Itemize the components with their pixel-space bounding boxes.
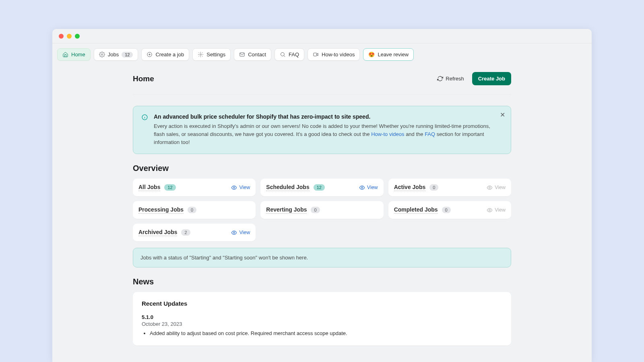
nav-review[interactable]: 😍 Leave review: [363, 48, 414, 61]
nav-bar: Home Jobs 12 Create a job Settings Conta…: [52, 43, 592, 66]
refresh-icon: [437, 76, 443, 82]
nav-contact[interactable]: Contact: [234, 48, 271, 61]
news-card: Recent Updates 5.1.0 October 23, 2023 Ad…: [133, 292, 511, 346]
card-processing-jobs-count: 0: [188, 207, 196, 213]
nav-settings-label: Settings: [206, 51, 225, 58]
title-bar: [52, 29, 592, 43]
card-processing-jobs: Processing Jobs 0: [133, 201, 256, 219]
nav-home[interactable]: Home: [57, 48, 91, 61]
card-archived-jobs-view[interactable]: View: [231, 230, 250, 236]
svg-point-6: [281, 53, 285, 56]
nav-contact-label: Contact: [248, 51, 266, 58]
banner-text: Every action is executed in Shopify's ad…: [154, 122, 495, 146]
card-scheduled-jobs: Scheduled Jobs 12 View: [260, 179, 383, 196]
nav-review-label: Leave review: [378, 51, 409, 58]
news-heading: News: [133, 277, 511, 286]
window-maximize[interactable]: [75, 34, 80, 39]
banner-text-b: and the: [405, 131, 425, 137]
news-item: Added ability to adjust based on cost pr…: [150, 329, 502, 337]
header-actions: Refresh Create Job: [433, 72, 511, 85]
banner-content: An advanced bulk price scheduler for Sho…: [154, 113, 503, 146]
eye-icon: [487, 185, 493, 191]
nav-jobs-label: Jobs: [108, 51, 119, 58]
card-active-jobs-count: 0: [429, 184, 438, 191]
card-completed-jobs-label: Completed Jobs: [394, 206, 438, 214]
card-all-jobs: All Jobs 12 View: [133, 179, 256, 196]
card-archived-jobs-count: 2: [181, 229, 190, 236]
card-completed-jobs-view: View: [487, 207, 506, 213]
svg-rect-8: [314, 53, 317, 56]
banner-link-howto[interactable]: How-to videos: [371, 131, 404, 137]
news-card-heading: Recent Updates: [142, 300, 502, 307]
card-all-jobs-count: 12: [164, 184, 175, 191]
news-date: October 23, 2023: [142, 321, 502, 327]
card-all-jobs-view[interactable]: View: [231, 185, 250, 191]
gear-icon: [99, 51, 105, 58]
card-scheduled-jobs-label: Scheduled Jobs: [266, 184, 309, 191]
info-banner: An advanced bulk price scheduler for Sho…: [133, 106, 511, 154]
card-active-jobs: Active Jobs 0 View: [388, 179, 511, 196]
overview-note: Jobs with a status of "Starting" and "St…: [133, 248, 511, 267]
card-processing-jobs-label: Processing Jobs: [138, 206, 184, 214]
svg-point-15: [489, 187, 491, 189]
banner-title: An advanced bulk price scheduler for Sho…: [154, 113, 495, 120]
svg-point-13: [233, 187, 235, 189]
app-window: Home Jobs 12 Create a job Settings Conta…: [52, 29, 592, 362]
banner-close-button[interactable]: ✕: [500, 112, 505, 118]
news-list: Added ability to adjust based on cost pr…: [142, 329, 502, 337]
page-title: Home: [133, 74, 154, 83]
nav-jobs[interactable]: Jobs 12: [94, 48, 138, 61]
nav-create-job[interactable]: Create a job: [141, 48, 189, 61]
card-archived-jobs-label: Archived Jobs: [138, 229, 177, 236]
nav-jobs-badge: 12: [122, 52, 133, 58]
window-minimize[interactable]: [67, 34, 72, 39]
window-close[interactable]: [59, 34, 64, 39]
card-completed-jobs-count: 0: [442, 207, 451, 213]
banner-link-faq[interactable]: FAQ: [425, 131, 435, 137]
svg-point-17: [233, 232, 235, 234]
nav-home-label: Home: [71, 51, 85, 58]
overview-heading: Overview: [133, 164, 511, 173]
nav-settings[interactable]: Settings: [192, 48, 231, 61]
eye-icon: [231, 230, 237, 236]
card-reverting-jobs-label: Reverting Jobs: [266, 206, 307, 214]
eye-icon: [231, 185, 237, 191]
card-reverting-jobs-count: 0: [311, 207, 320, 213]
card-completed-jobs: Completed Jobs 0 View: [388, 201, 511, 219]
refresh-button[interactable]: Refresh: [433, 72, 468, 85]
plus-circle-icon: [147, 51, 153, 58]
card-scheduled-jobs-count: 12: [314, 184, 325, 191]
refresh-label: Refresh: [446, 76, 464, 82]
nav-faq[interactable]: FAQ: [275, 48, 304, 61]
create-job-button[interactable]: Create Job: [472, 72, 511, 85]
svg-point-0: [101, 54, 103, 56]
card-archived-jobs: Archived Jobs 2 View: [133, 224, 256, 241]
page-content: Home Refresh Create Job An advanced bulk…: [52, 66, 592, 346]
settings-icon: [198, 51, 204, 58]
nav-create-job-label: Create a job: [155, 51, 184, 58]
info-icon: [141, 113, 148, 146]
page-header: Home Refresh Create Job: [133, 66, 511, 95]
svg-point-14: [361, 187, 363, 189]
eye-icon: [359, 185, 365, 191]
nav-howto[interactable]: How-to videos: [308, 48, 360, 61]
video-icon: [313, 51, 319, 58]
card-active-jobs-view: View: [487, 185, 506, 191]
mail-icon: [239, 51, 245, 58]
traffic-lights: [59, 34, 80, 39]
overview-grid: All Jobs 12 View Scheduled Jobs 12 View: [133, 179, 511, 241]
card-active-jobs-label: Active Jobs: [394, 184, 426, 191]
card-all-jobs-label: All Jobs: [138, 184, 160, 191]
svg-point-4: [200, 54, 202, 56]
card-reverting-jobs: Reverting Jobs 0: [260, 201, 383, 219]
nav-howto-label: How-to videos: [322, 51, 355, 58]
svg-point-16: [489, 210, 491, 211]
gift-icon: 😍: [368, 51, 375, 58]
news-version: 5.1.0: [142, 314, 502, 320]
home-icon: [62, 51, 68, 58]
card-scheduled-jobs-view[interactable]: View: [359, 185, 378, 191]
svg-line-7: [284, 56, 285, 57]
eye-icon: [487, 207, 493, 213]
nav-faq-label: FAQ: [289, 51, 299, 58]
search-icon: [280, 51, 286, 58]
